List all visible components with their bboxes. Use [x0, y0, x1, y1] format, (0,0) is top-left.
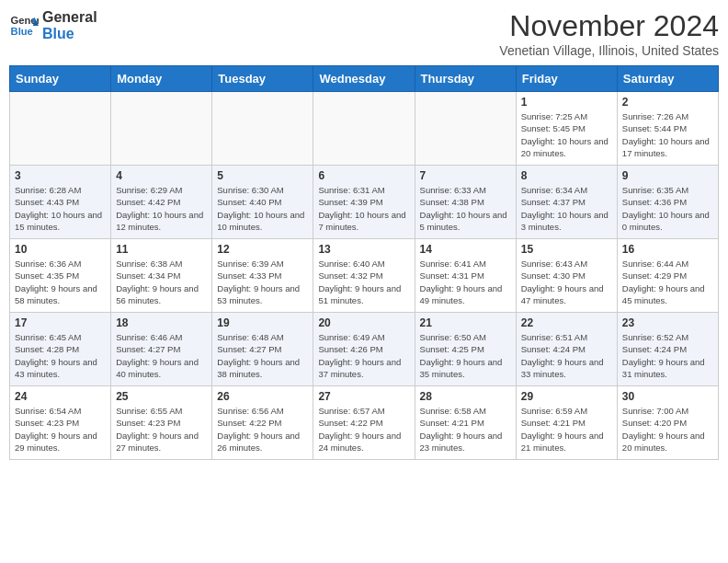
day-number: 12 — [217, 243, 308, 256]
day-cell: 22Sunrise: 6:51 AMSunset: 4:24 PMDayligh… — [516, 313, 617, 386]
day-cell: 30Sunrise: 7:00 AMSunset: 4:20 PMDayligh… — [617, 386, 718, 460]
day-cell — [10, 92, 111, 166]
day-number: 1 — [521, 96, 612, 109]
day-cell: 26Sunrise: 6:56 AMSunset: 4:22 PMDayligh… — [212, 386, 313, 460]
day-info: Sunrise: 6:36 AMSunset: 4:35 PMDaylight:… — [15, 258, 106, 306]
day-number: 17 — [15, 316, 106, 329]
day-info: Sunrise: 6:44 AMSunset: 4:29 PMDaylight:… — [622, 258, 713, 306]
day-info: Sunrise: 7:25 AMSunset: 5:45 PMDaylight:… — [521, 110, 612, 159]
col-header-wednesday: Wednesday — [313, 66, 415, 92]
logo-blue: Blue — [42, 26, 97, 42]
day-info: Sunrise: 6:39 AMSunset: 4:33 PMDaylight:… — [217, 258, 308, 306]
day-number: 19 — [217, 316, 308, 329]
day-number: 23 — [622, 316, 713, 329]
day-info: Sunrise: 6:52 AMSunset: 4:24 PMDaylight:… — [622, 331, 713, 380]
month-title: November 2024 — [499, 9, 719, 43]
day-info: Sunrise: 6:46 AMSunset: 4:27 PMDaylight:… — [116, 331, 207, 380]
day-info: Sunrise: 7:00 AMSunset: 4:20 PMDaylight:… — [622, 405, 713, 454]
day-number: 21 — [420, 316, 511, 329]
day-cell: 14Sunrise: 6:41 AMSunset: 4:31 PMDayligh… — [415, 239, 516, 313]
logo: General Blue General Blue — [9, 9, 97, 41]
logo-icon: General Blue — [9, 11, 39, 40]
day-number: 7 — [420, 169, 511, 182]
day-number: 18 — [116, 316, 207, 329]
day-info: Sunrise: 7:26 AMSunset: 5:44 PMDaylight:… — [622, 110, 713, 159]
week-row-4: 17Sunrise: 6:45 AMSunset: 4:28 PMDayligh… — [10, 313, 719, 386]
day-cell: 18Sunrise: 6:46 AMSunset: 4:27 PMDayligh… — [111, 313, 212, 386]
day-cell: 7Sunrise: 6:33 AMSunset: 4:38 PMDaylight… — [415, 166, 516, 239]
day-info: Sunrise: 6:41 AMSunset: 4:31 PMDaylight:… — [420, 258, 511, 306]
day-cell: 20Sunrise: 6:49 AMSunset: 4:26 PMDayligh… — [313, 313, 415, 386]
day-info: Sunrise: 6:57 AMSunset: 4:22 PMDaylight:… — [318, 405, 409, 454]
day-number: 22 — [521, 316, 612, 329]
location: Venetian Village, Illinois, United State… — [499, 43, 719, 58]
day-info: Sunrise: 6:38 AMSunset: 4:34 PMDaylight:… — [116, 258, 207, 306]
week-row-1: 1Sunrise: 7:25 AMSunset: 5:45 PMDaylight… — [10, 92, 719, 166]
day-info: Sunrise: 6:50 AMSunset: 4:25 PMDaylight:… — [420, 331, 511, 380]
day-number: 5 — [217, 169, 308, 182]
day-cell — [313, 92, 415, 166]
day-number: 6 — [318, 169, 409, 182]
day-cell: 11Sunrise: 6:38 AMSunset: 4:34 PMDayligh… — [111, 239, 212, 313]
day-info: Sunrise: 6:54 AMSunset: 4:23 PMDaylight:… — [15, 405, 106, 454]
day-number: 30 — [622, 390, 713, 403]
day-info: Sunrise: 6:48 AMSunset: 4:27 PMDaylight:… — [217, 331, 308, 380]
day-cell: 8Sunrise: 6:34 AMSunset: 4:37 PMDaylight… — [516, 166, 617, 239]
day-cell — [111, 92, 212, 166]
day-info: Sunrise: 6:45 AMSunset: 4:28 PMDaylight:… — [15, 331, 106, 380]
day-number: 11 — [116, 243, 207, 256]
day-cell: 21Sunrise: 6:50 AMSunset: 4:25 PMDayligh… — [415, 313, 516, 386]
day-cell: 17Sunrise: 6:45 AMSunset: 4:28 PMDayligh… — [10, 313, 111, 386]
day-info: Sunrise: 6:40 AMSunset: 4:32 PMDaylight:… — [318, 258, 409, 306]
week-row-5: 24Sunrise: 6:54 AMSunset: 4:23 PMDayligh… — [10, 386, 719, 460]
day-info: Sunrise: 6:49 AMSunset: 4:26 PMDaylight:… — [318, 331, 409, 380]
day-cell: 27Sunrise: 6:57 AMSunset: 4:22 PMDayligh… — [313, 386, 415, 460]
day-number: 25 — [116, 390, 207, 403]
day-info: Sunrise: 6:29 AMSunset: 4:42 PMDaylight:… — [116, 184, 207, 233]
col-header-friday: Friday — [516, 66, 617, 92]
day-cell: 9Sunrise: 6:35 AMSunset: 4:36 PMDaylight… — [617, 166, 718, 239]
day-number: 10 — [15, 243, 106, 256]
col-header-tuesday: Tuesday — [212, 66, 313, 92]
day-info: Sunrise: 6:35 AMSunset: 4:36 PMDaylight:… — [622, 184, 713, 233]
calendar: SundayMondayTuesdayWednesdayThursdayFrid… — [9, 65, 719, 460]
day-number: 9 — [622, 169, 713, 182]
day-number: 4 — [116, 169, 207, 182]
header: General Blue General Blue November 2024 … — [9, 9, 719, 58]
day-info: Sunrise: 6:28 AMSunset: 4:43 PMDaylight:… — [15, 184, 106, 233]
day-number: 8 — [521, 169, 612, 182]
day-number: 15 — [521, 243, 612, 256]
day-info: Sunrise: 6:43 AMSunset: 4:30 PMDaylight:… — [521, 258, 612, 306]
day-number: 28 — [420, 390, 511, 403]
day-number: 14 — [420, 243, 511, 256]
day-number: 2 — [622, 96, 713, 109]
day-cell — [212, 92, 313, 166]
col-header-thursday: Thursday — [415, 66, 516, 92]
day-cell: 29Sunrise: 6:59 AMSunset: 4:21 PMDayligh… — [516, 386, 617, 460]
col-header-sunday: Sunday — [10, 66, 111, 92]
day-cell: 2Sunrise: 7:26 AMSunset: 5:44 PMDaylight… — [617, 92, 718, 166]
day-cell: 19Sunrise: 6:48 AMSunset: 4:27 PMDayligh… — [212, 313, 313, 386]
svg-text:Blue: Blue — [11, 25, 33, 36]
day-number: 16 — [622, 243, 713, 256]
day-cell: 16Sunrise: 6:44 AMSunset: 4:29 PMDayligh… — [617, 239, 718, 313]
day-info: Sunrise: 6:55 AMSunset: 4:23 PMDaylight:… — [116, 405, 207, 454]
calendar-header-row: SundayMondayTuesdayWednesdayThursdayFrid… — [10, 66, 719, 92]
day-cell: 15Sunrise: 6:43 AMSunset: 4:30 PMDayligh… — [516, 239, 617, 313]
day-number: 13 — [318, 243, 409, 256]
day-number: 26 — [217, 390, 308, 403]
day-number: 27 — [318, 390, 409, 403]
day-info: Sunrise: 6:31 AMSunset: 4:39 PMDaylight:… — [318, 184, 409, 233]
day-info: Sunrise: 6:56 AMSunset: 4:22 PMDaylight:… — [217, 405, 308, 454]
day-cell: 5Sunrise: 6:30 AMSunset: 4:40 PMDaylight… — [212, 166, 313, 239]
day-cell — [415, 92, 516, 166]
week-row-2: 3Sunrise: 6:28 AMSunset: 4:43 PMDaylight… — [10, 166, 719, 239]
day-info: Sunrise: 6:51 AMSunset: 4:24 PMDaylight:… — [521, 331, 612, 380]
day-info: Sunrise: 6:59 AMSunset: 4:21 PMDaylight:… — [521, 405, 612, 454]
day-cell: 13Sunrise: 6:40 AMSunset: 4:32 PMDayligh… — [313, 239, 415, 313]
day-info: Sunrise: 6:58 AMSunset: 4:21 PMDaylight:… — [420, 405, 511, 454]
day-cell: 28Sunrise: 6:58 AMSunset: 4:21 PMDayligh… — [415, 386, 516, 460]
day-cell: 12Sunrise: 6:39 AMSunset: 4:33 PMDayligh… — [212, 239, 313, 313]
day-cell: 23Sunrise: 6:52 AMSunset: 4:24 PMDayligh… — [617, 313, 718, 386]
col-header-monday: Monday — [111, 66, 212, 92]
